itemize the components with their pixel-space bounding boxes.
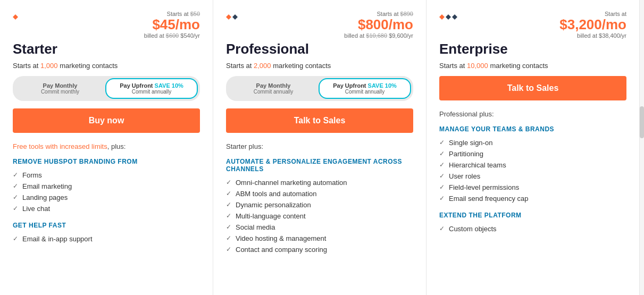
- feature-text: Omni-channel marketing automation: [236, 179, 347, 187]
- checkmark-icon: ✓: [439, 139, 445, 146]
- checkmark-icon: ✓: [13, 182, 18, 190]
- feature-list-item: ✓Partitioning: [439, 148, 626, 159]
- section-intro-starter: Free tools with increased limits, plus:: [13, 142, 200, 150]
- feature-list-item: ✓Landing pages: [13, 192, 200, 203]
- feature-text: Field-level permissions: [449, 183, 519, 191]
- plan-icon-starter: [13, 13, 19, 21]
- section-intro-professional: Starter plus:: [226, 142, 413, 150]
- plan-header-enterprise: Starts at$3,200/mobilled at $38,400/yr: [439, 11, 626, 39]
- feature-text: Multi-language content: [236, 212, 306, 220]
- cta-button-enterprise[interactable]: Talk to Sales: [439, 76, 626, 100]
- billing-toggle-starter: Pay MonthlyCommit monthlyPay Upfront SAV…: [13, 76, 200, 101]
- feature-list-item: ✓Email send frequency cap: [439, 193, 626, 204]
- feature-text: Forms: [22, 171, 42, 179]
- checkmark-icon: ✓: [226, 190, 231, 197]
- cta-button-professional[interactable]: Talk to Sales: [226, 108, 413, 133]
- feature-text: Hierarchical teams: [449, 161, 506, 169]
- scrollbar[interactable]: [640, 0, 644, 295]
- feature-list-item: ✓Contact and company scoring: [226, 244, 413, 255]
- toggle-upfront-professional[interactable]: Pay Upfront SAVE 10%Commit annually: [319, 78, 411, 99]
- feature-list-item: ✓Social media: [226, 222, 413, 233]
- scrollbar-thumb[interactable]: [640, 106, 644, 138]
- feature-text: Social media: [236, 223, 275, 231]
- checkmark-icon: ✓: [439, 161, 445, 168]
- feature-list-enterprise-0: ✓Single sign-on✓Partitioning✓Hierarchica…: [439, 137, 626, 204]
- checkmark-icon: ✓: [439, 225, 445, 232]
- feature-list-item: ✓Field-level permissions: [439, 182, 626, 193]
- checkmark-icon: ✓: [439, 195, 445, 202]
- checkmark-icon: ✓: [439, 172, 445, 180]
- cta-button-starter[interactable]: Buy now: [13, 108, 200, 133]
- feature-section-title-enterprise-0: MANAGE YOUR TEAMS & BRANDS: [439, 125, 626, 133]
- contacts-link[interactable]: 1,000: [40, 62, 58, 70]
- feature-text: Single sign-on: [449, 139, 492, 147]
- feature-list-item: ✓Omni-channel marketing automation: [226, 177, 413, 188]
- current-price-professional: $800/mo: [344, 17, 413, 32]
- price-area-starter: Starts at $50$45/mobilled at $600 $540/y…: [144, 11, 200, 39]
- plan-column-enterprise: Starts at$3,200/mobilled at $38,400/yrEn…: [426, 0, 640, 295]
- current-price-enterprise: $3,200/mo: [559, 17, 626, 32]
- feature-text: Video hosting & management: [236, 234, 326, 242]
- checkmark-icon: ✓: [13, 205, 18, 212]
- feature-list-item: ✓Custom objects: [439, 223, 626, 234]
- feature-text: Email send frequency cap: [449, 195, 529, 203]
- feature-text: Landing pages: [22, 193, 68, 201]
- plan-name-starter: Starter: [13, 41, 200, 57]
- price-area-enterprise: Starts at$3,200/mobilled at $38,400/yr: [559, 11, 626, 39]
- marketing-contacts-professional: Starts at 2,000 marketing contacts: [226, 62, 413, 70]
- checkmark-icon: ✓: [13, 193, 18, 201]
- toggle-monthly-starter[interactable]: Pay MonthlyCommit monthly: [15, 79, 105, 98]
- feature-list-professional-0: ✓Omni-channel marketing automation✓ABM t…: [226, 177, 413, 255]
- feature-list-item: ✓Multi-language content: [226, 210, 413, 222]
- feature-text: Contact and company scoring: [236, 246, 327, 254]
- billed-professional: billed at $10,680 $9,600/yr: [344, 32, 413, 39]
- feature-list-item: ✓Video hosting & management: [226, 233, 413, 244]
- plan-header-starter: Starts at $50$45/mobilled at $600 $540/y…: [13, 11, 200, 39]
- contacts-link[interactable]: 10,000: [467, 62, 488, 70]
- price-area-professional: Starts at $890$800/mobilled at $10,680 $…: [344, 11, 413, 39]
- current-price-starter: $45/mo: [144, 17, 200, 32]
- feature-list-starter-1: ✓Email & in-app support: [13, 233, 200, 245]
- feature-text: ABM tools and automation: [236, 190, 316, 198]
- feature-list-starter-0: ✓Forms✓Email marketing✓Landing pages✓Liv…: [13, 170, 200, 214]
- billed-enterprise: billed at $38,400/yr: [559, 32, 626, 39]
- feature-section-title-starter-0: REMOVE HUBSPOT BRANDING FROM: [13, 158, 200, 165]
- plan-name-professional: Professional: [226, 41, 413, 57]
- checkmark-icon: ✓: [226, 234, 231, 242]
- contacts-link[interactable]: 2,000: [254, 62, 271, 70]
- plan-icon-enterprise: [439, 13, 458, 21]
- checkmark-icon: ✓: [226, 201, 231, 208]
- feature-list-item: ✓ABM tools and automation: [226, 188, 413, 199]
- feature-section-title-enterprise-1: EXTEND THE PLATFORM: [439, 212, 626, 219]
- feature-section-title-starter-1: GET HELP FAST: [13, 222, 200, 229]
- feature-list-enterprise-1: ✓Custom objects: [439, 223, 626, 234]
- checkmark-icon: ✓: [226, 179, 231, 186]
- feature-list-item: ✓Forms: [13, 170, 200, 181]
- feature-text: Partitioning: [449, 150, 483, 158]
- plan-name-enterprise: Enterprise: [439, 41, 626, 57]
- toggle-upfront-starter[interactable]: Pay Upfront SAVE 10%Commit annually: [105, 78, 198, 99]
- toggle-monthly-professional[interactable]: Pay MonthlyCommit annually: [228, 79, 319, 98]
- checkmark-icon: ✓: [226, 223, 231, 231]
- feature-text: User roles: [449, 172, 480, 180]
- billing-toggle-professional: Pay MonthlyCommit annuallyPay Upfront SA…: [226, 76, 413, 101]
- feature-list-item: ✓Email & in-app support: [13, 233, 200, 245]
- feature-text: Email marketing: [22, 182, 72, 190]
- feature-section-title-professional-0: AUTOMATE & PERSONALIZE ENGAGEMENT ACROSS…: [226, 158, 413, 173]
- checkmark-icon: ✓: [13, 171, 18, 179]
- feature-text: Custom objects: [449, 225, 497, 233]
- feature-text: Email & in-app support: [22, 235, 93, 243]
- plan-column-professional: Starts at $890$800/mobilled at $10,680 $…: [213, 0, 426, 295]
- checkmark-icon: ✓: [439, 183, 445, 191]
- checkmark-icon: ✓: [226, 246, 231, 253]
- feature-list-item: ✓User roles: [439, 171, 626, 182]
- feature-list-item: ✓Live chat: [13, 203, 200, 214]
- checkmark-icon: ✓: [226, 212, 231, 220]
- section-intro-enterprise: Professional plus:: [439, 110, 626, 118]
- pricing-container: Starts at $50$45/mobilled at $600 $540/y…: [0, 0, 644, 295]
- billed-starter: billed at $600 $540/yr: [144, 32, 200, 39]
- feature-list-item: ✓Email marketing: [13, 181, 200, 192]
- feature-list-item: ✓Dynamic personalization: [226, 199, 413, 210]
- plan-icon-professional: [226, 13, 239, 21]
- marketing-contacts-enterprise: Starts at 10,000 marketing contacts: [439, 62, 626, 70]
